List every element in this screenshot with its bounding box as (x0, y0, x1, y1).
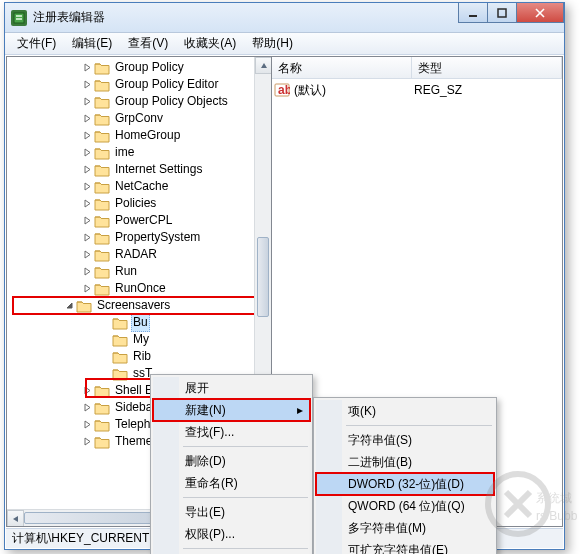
tree-node-powercpl[interactable]: PowerCPL (13, 212, 271, 229)
tree-node-label: RunOnce (113, 280, 168, 297)
tree-node-label: Rib (131, 348, 153, 365)
value-name: (默认) (294, 82, 414, 99)
context-item[interactable]: 权限(P)... (153, 523, 310, 545)
folder-icon (112, 333, 128, 347)
tree-node-ribbons[interactable]: Rib (13, 348, 271, 365)
tree-node-ime[interactable]: ime (13, 144, 271, 161)
context-item[interactable]: 可扩充字符串值(E) (316, 539, 494, 554)
context-item-label: QWORD (64 位)值(Q) (348, 498, 465, 515)
tree-node-bubbles[interactable]: Bu (13, 314, 271, 331)
expander-icon[interactable] (81, 96, 93, 108)
titlebar[interactable]: 注册表编辑器 (5, 3, 564, 33)
string-value-icon: ab (274, 82, 290, 98)
tree-node-grpconv[interactable]: GrpConv (13, 110, 271, 127)
folder-icon (94, 180, 110, 194)
list-header[interactable]: 名称 类型 (272, 57, 562, 79)
col-name[interactable]: 名称 (272, 57, 412, 78)
svg-marker-9 (13, 516, 18, 522)
expander-icon[interactable] (81, 249, 93, 261)
menu-file[interactable]: 文件(F) (9, 33, 64, 54)
expander-icon[interactable] (81, 266, 93, 278)
folder-icon (94, 197, 110, 211)
expander-icon[interactable] (81, 130, 93, 142)
context-item[interactable]: QWORD (64 位)值(Q) (316, 495, 494, 517)
expander-icon[interactable] (81, 385, 93, 397)
expander-icon[interactable] (81, 198, 93, 210)
menu-help[interactable]: 帮助(H) (244, 33, 301, 54)
folder-icon (112, 350, 128, 364)
expander-icon[interactable] (81, 402, 93, 414)
folder-icon (94, 401, 110, 415)
context-item-label: 权限(P)... (185, 526, 235, 543)
tree-node-label: NetCache (113, 178, 170, 195)
folder-icon (94, 418, 110, 432)
minimize-button[interactable] (458, 3, 488, 23)
context-item-label: 二进制值(B) (348, 454, 412, 471)
menu-view[interactable]: 查看(V) (120, 33, 176, 54)
tree-node-homegroup[interactable]: HomeGroup (13, 127, 271, 144)
tree-node-runonce[interactable]: RunOnce (13, 280, 271, 297)
expander-icon[interactable] (99, 368, 111, 380)
list-row[interactable]: ab (默认) REG_SZ (274, 81, 560, 99)
context-item-label: 查找(F)... (185, 424, 234, 441)
context-separator (183, 497, 308, 498)
menu-edit[interactable]: 编辑(E) (64, 33, 120, 54)
close-button[interactable] (516, 3, 564, 23)
expander-icon[interactable] (81, 181, 93, 193)
folder-icon (94, 231, 110, 245)
col-type[interactable]: 类型 (412, 57, 562, 78)
context-item[interactable]: 重命名(R) (153, 472, 310, 494)
expander-icon[interactable] (81, 436, 93, 448)
app-icon (11, 10, 27, 26)
expander-icon[interactable] (99, 317, 111, 329)
expander-icon[interactable] (81, 164, 93, 176)
tree-node-label: Screensavers (95, 297, 172, 314)
tree-node-mystify[interactable]: My (13, 331, 271, 348)
tree-node-group-policy-editor[interactable]: Group Policy Editor (13, 76, 271, 93)
tree-node-label: Theme (113, 433, 154, 450)
tree-node-run[interactable]: Run (13, 263, 271, 280)
context-item[interactable]: DWORD (32-位)值(D) (316, 473, 494, 495)
expander-icon[interactable] (81, 147, 93, 159)
tree-node-screensavers[interactable]: Screensavers (13, 297, 271, 314)
context-item[interactable]: 新建(N)▸ (153, 399, 310, 421)
context-item[interactable]: 多字符串值(M) (316, 517, 494, 539)
context-item[interactable]: 项(K) (316, 400, 494, 422)
expander-icon[interactable] (81, 283, 93, 295)
expander-icon[interactable] (81, 79, 93, 91)
tree-node-group-policy-objects[interactable]: Group Policy Objects (13, 93, 271, 110)
context-item[interactable]: 字符串值(S) (316, 429, 494, 451)
maximize-button[interactable] (487, 3, 517, 23)
expander-icon[interactable] (99, 351, 111, 363)
context-item-label: 多字符串值(M) (348, 520, 426, 537)
context-item[interactable]: 二进制值(B) (316, 451, 494, 473)
context-item[interactable]: 删除(D) (153, 450, 310, 472)
window-title: 注册表编辑器 (33, 9, 459, 26)
expander-icon[interactable] (81, 419, 93, 431)
tree-node-radar[interactable]: RADAR (13, 246, 271, 263)
expander-icon[interactable] (81, 62, 93, 74)
context-menu-new: 项(K)字符串值(S)二进制值(B)DWORD (32-位)值(D)QWORD … (313, 397, 497, 554)
expander-icon[interactable] (81, 113, 93, 125)
folder-icon (94, 265, 110, 279)
tree-node-label: Policies (113, 195, 158, 212)
tree-node-group-policy[interactable]: Group Policy (13, 59, 271, 76)
folder-icon (112, 316, 128, 330)
context-item[interactable]: 展开 (153, 377, 310, 399)
tree-node-internet-settings[interactable]: Internet Settings (13, 161, 271, 178)
tree-node-propertysystem[interactable]: PropertySystem (13, 229, 271, 246)
context-item-label: 可扩充字符串值(E) (348, 542, 448, 555)
context-separator (183, 548, 308, 549)
menubar: 文件(F) 编辑(E) 查看(V) 收藏夹(A) 帮助(H) (5, 33, 564, 55)
expander-icon[interactable] (99, 334, 111, 346)
context-item[interactable]: 导出(E) (153, 501, 310, 523)
folder-icon (94, 61, 110, 75)
tree-node-netcache[interactable]: NetCache (13, 178, 271, 195)
expander-icon[interactable] (81, 215, 93, 227)
expander-icon[interactable] (81, 232, 93, 244)
expander-icon[interactable] (63, 300, 75, 312)
context-item[interactable]: 查找(F)... (153, 421, 310, 443)
svg-rect-2 (16, 18, 22, 20)
tree-node-policies[interactable]: Policies (13, 195, 271, 212)
menu-favorites[interactable]: 收藏夹(A) (176, 33, 244, 54)
